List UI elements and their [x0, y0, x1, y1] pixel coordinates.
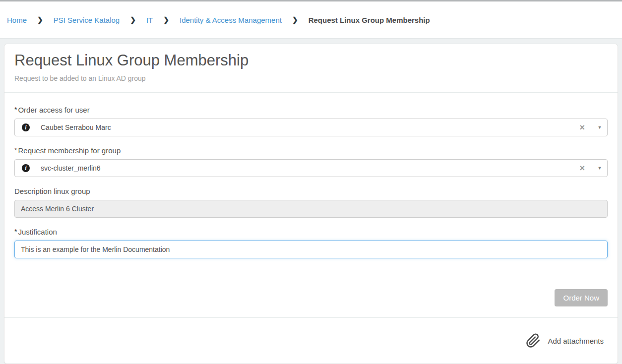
clear-icon[interactable]: ×: [579, 123, 585, 132]
group-select-field[interactable]: i svc-cluster_merlin6 ×: [14, 159, 592, 177]
chevron-right-icon: ❯: [130, 16, 136, 24]
user-select-field[interactable]: i Caubet Serrabou Marc ×: [14, 119, 592, 136]
request-form-card: Request Linux Group Membership Request t…: [4, 44, 618, 364]
info-icon[interactable]: i: [22, 123, 30, 131]
description-input: [14, 200, 608, 218]
field-order-access-for-user: *Order access for user i Caubet Serrabou…: [14, 106, 608, 136]
required-asterisk: *: [14, 106, 17, 114]
attachments-row: Add attachments: [4, 318, 618, 364]
group-select-dropdown-toggle[interactable]: ▼: [592, 159, 608, 177]
field-justification: *Justification: [14, 228, 608, 258]
description-field-label: Description linux group: [14, 187, 608, 195]
user-field-label: *Order access for user: [14, 106, 608, 114]
group-field-label-text: Request membership for group: [18, 146, 121, 155]
caret-down-icon: ▼: [598, 125, 602, 130]
paperclip-icon[interactable]: [526, 333, 541, 348]
group-field-label: *Request membership for group: [14, 146, 608, 155]
chevron-right-icon: ❯: [163, 16, 169, 24]
justification-field-label: *Justification: [14, 228, 608, 236]
description-field-label-text: Description linux group: [14, 187, 90, 195]
breadcrumb-link-it[interactable]: IT: [146, 16, 153, 24]
breadcrumb-link-home[interactable]: Home: [7, 16, 27, 24]
form-header: Request Linux Group Membership Request t…: [4, 44, 618, 93]
user-select-value: Caubet Serrabou Marc: [41, 123, 111, 131]
required-asterisk: *: [14, 228, 17, 236]
required-asterisk: *: [14, 146, 17, 154]
order-now-button[interactable]: Order Now: [555, 289, 608, 306]
field-description-linux-group: Description linux group: [14, 187, 608, 218]
user-select: i Caubet Serrabou Marc × ▼: [14, 119, 608, 136]
form-body: *Order access for user i Caubet Serrabou…: [4, 93, 618, 277]
form-actions: Order Now: [4, 277, 618, 318]
breadcrumb-current-page: Request Linux Group Membership: [309, 16, 430, 24]
user-field-label-text: Order access for user: [18, 106, 89, 114]
add-attachments-label[interactable]: Add attachments: [548, 337, 604, 345]
group-select-value: svc-cluster_merlin6: [41, 164, 101, 172]
page-title: Request Linux Group Membership: [14, 51, 608, 69]
user-select-dropdown-toggle[interactable]: ▼: [592, 119, 608, 136]
info-icon[interactable]: i: [22, 164, 30, 172]
breadcrumb-link-identity-access-management[interactable]: Identity & Access Management: [180, 16, 282, 24]
justification-field-label-text: Justification: [18, 228, 57, 236]
caret-down-icon: ▼: [598, 166, 602, 171]
justification-input[interactable]: [14, 241, 608, 258]
field-request-membership-for-group: *Request membership for group i svc-clus…: [14, 146, 608, 177]
breadcrumb: Home ❯ PSI Service Katalog ❯ IT ❯ Identi…: [0, 1, 622, 39]
clear-icon[interactable]: ×: [579, 164, 585, 173]
page-subtitle: Request to be added to an Linux AD group: [14, 74, 608, 82]
chevron-right-icon: ❯: [292, 16, 298, 24]
breadcrumb-link-psi-service-katalog[interactable]: PSI Service Katalog: [54, 16, 120, 24]
chevron-right-icon: ❯: [37, 16, 43, 24]
group-select: i svc-cluster_merlin6 × ▼: [14, 159, 608, 177]
